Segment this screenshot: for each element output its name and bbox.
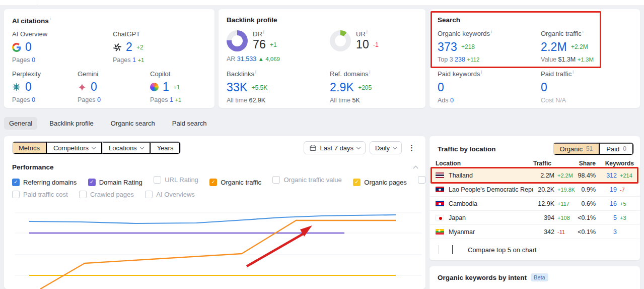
next-page-button[interactable]	[449, 243, 456, 256]
location-row-laos[interactable]: Lao People's Democratic Reput 20.2K +19.…	[430, 183, 640, 197]
competitors-button[interactable]: Competitors	[47, 142, 102, 154]
traffic-value: 394	[533, 214, 554, 221]
cost-line: Cost N/A	[541, 97, 632, 104]
stat-label: Paid traffici	[541, 70, 632, 78]
checkbox-label: Organic traffic	[221, 179, 261, 186]
location-row-cambodia[interactable]: Cambodia 12.9K +117 0.6% 16 +5	[430, 197, 640, 211]
checkbox-organic-traffic-value[interactable]: Organic traffic value	[272, 176, 341, 184]
checkbox-crawled-pages[interactable]: Crawled pages	[79, 191, 134, 198]
metric-checkbox-row-1: ✓Referring domains ✓Domain Rating URL Ra…	[4, 171, 425, 186]
location-row-myanmar[interactable]: ★ Myanmar 342 -11 <0.1% 3	[430, 225, 640, 239]
location-row-japan[interactable]: Japan 394 +108 <0.1% 5 +3	[430, 211, 640, 225]
tab-general[interactable]: General	[4, 117, 37, 130]
location-row-thailand[interactable]: Thailand 2.2M +2.2M 98.4% 312 +214	[430, 168, 640, 183]
checkbox-organic-pages[interactable]: ✓Organic pages	[353, 179, 407, 186]
pages-line: Pages 0	[12, 56, 113, 64]
toggle-organic[interactable]: Organic51	[553, 143, 600, 155]
checkbox-ai-overviews[interactable]: AI Overviews	[145, 191, 195, 198]
tab-backlink-profile[interactable]: Backlink profile	[44, 117, 98, 130]
top-header-edge	[0, 0, 644, 5]
prev-page-button[interactable]	[436, 243, 442, 256]
location-name: Thailand	[449, 172, 533, 179]
info-icon[interactable]: i	[583, 29, 584, 34]
info-icon[interactable]: i	[367, 30, 368, 35]
stat-label: URi	[356, 30, 379, 38]
checkbox-icon	[145, 191, 153, 198]
gemini-stat: Gemini 0 Pages 0	[78, 70, 150, 103]
stat-change: +1	[173, 84, 180, 91]
traffic-value: 12.9K	[533, 200, 554, 207]
keywords-change: +3	[617, 215, 634, 221]
top3-line: Top 3 238 +112	[438, 56, 541, 63]
checkbox-domain-rating[interactable]: ✓Domain Rating	[88, 179, 142, 186]
stat-value: 1	[163, 80, 169, 94]
column-traffic[interactable]: Traffic	[533, 160, 577, 167]
stat-value: 0	[25, 80, 32, 94]
tab-organic-search[interactable]: Organic search	[106, 117, 160, 130]
keywords-change: +214	[617, 172, 634, 179]
checkbox-organic-traffic[interactable]: ✓Organic traffic	[209, 179, 261, 186]
location-table-footer: Compare top 5 on chart	[430, 239, 640, 260]
compare-top5-link[interactable]: Compare top 5 on chart	[468, 246, 537, 254]
column-location[interactable]: Location	[436, 160, 533, 167]
search-title: Search	[438, 16, 632, 24]
collapse-section-button[interactable]	[413, 166, 418, 171]
stat-value: 2.9K	[330, 81, 354, 94]
column-share[interactable]: Share	[577, 160, 596, 167]
organic-keywords-stat: Organic keywordsi 373+218 Top 3 238 +112	[438, 29, 541, 63]
traffic-value: 20.2K	[533, 186, 554, 193]
years-button[interactable]: Years	[151, 142, 181, 154]
pages-line: Pages 0	[78, 96, 150, 103]
perplexity-stat: Perplexity 0 Pages 0	[12, 70, 78, 103]
keywords-by-intent-panel: Organic keywords by intent Beta	[430, 266, 640, 289]
organic-count: 51	[586, 145, 593, 152]
chevron-down-icon	[92, 145, 96, 149]
chevron-down-icon	[393, 145, 397, 149]
date-range-button[interactable]: Last 7 days	[304, 141, 366, 154]
openai-icon	[113, 43, 122, 52]
traffic-by-location-title: Traffic by location	[438, 145, 496, 153]
tab-paid-search[interactable]: Paid search	[167, 117, 212, 130]
column-keywords[interactable]: Keywords	[596, 160, 634, 167]
stat-label: Organic keywordsi	[438, 29, 541, 37]
checkbox-icon	[79, 191, 87, 198]
info-icon[interactable]: i	[50, 16, 51, 21]
traffic-value: 2.2M	[533, 172, 554, 179]
performance-line-chart[interactable]	[4, 198, 425, 289]
keywords-value: 312	[596, 172, 617, 179]
backlinks-stat: Backlinksi 33K+5.5K All time 62.9K	[227, 70, 330, 103]
chevron-down-icon	[139, 145, 144, 149]
info-icon[interactable]: i	[491, 29, 492, 34]
stat-change: +5.5K	[252, 84, 268, 91]
checkbox-label: Organic traffic value	[283, 176, 341, 184]
metrics-button[interactable]: Metrics	[13, 142, 47, 154]
backlink-profile-title: Backlink profile	[227, 16, 417, 24]
keywords-change: -7	[617, 187, 634, 193]
info-icon[interactable]: i	[573, 70, 574, 75]
checkbox-label: Domain Rating	[99, 179, 142, 186]
info-icon[interactable]: i	[263, 30, 264, 35]
toggle-paid[interactable]: Paid0	[600, 143, 633, 155]
info-icon[interactable]: i	[481, 70, 482, 75]
stat-value: 2.2M	[541, 40, 567, 54]
traffic-change: +117	[554, 201, 577, 207]
paid-traffic-stat: Paid traffici 0 Cost N/A	[541, 70, 632, 103]
checkbox-paid-traffic-cost[interactable]: Paid traffic cost	[12, 191, 68, 198]
cambodia-flag-icon	[436, 201, 444, 206]
share-value: 0.6%	[577, 200, 596, 207]
chatgpt-stat: ChatGPT 2 +2 Pages 1 +1	[113, 30, 206, 64]
locations-button[interactable]: Locations	[102, 142, 151, 154]
checkbox-url-rating[interactable]: URL Rating	[154, 176, 198, 184]
info-icon[interactable]: i	[370, 70, 371, 75]
checkbox-label: AI Overviews	[156, 191, 195, 198]
perplexity-icon	[12, 83, 21, 92]
granularity-button[interactable]: Daily	[370, 141, 402, 154]
more-options-button[interactable]: ⋮	[406, 141, 417, 154]
gemini-icon	[78, 83, 87, 92]
ai-citations-card: AI citationsi AI Overview 0 Pages 0 Chat…	[4, 9, 214, 108]
checkbox-referring-domains[interactable]: ✓Referring domains	[12, 179, 77, 186]
beta-badge: Beta	[531, 273, 548, 281]
keywords-value: 3	[596, 228, 617, 236]
keywords-value: 5	[596, 214, 617, 221]
info-icon[interactable]: i	[255, 70, 256, 75]
